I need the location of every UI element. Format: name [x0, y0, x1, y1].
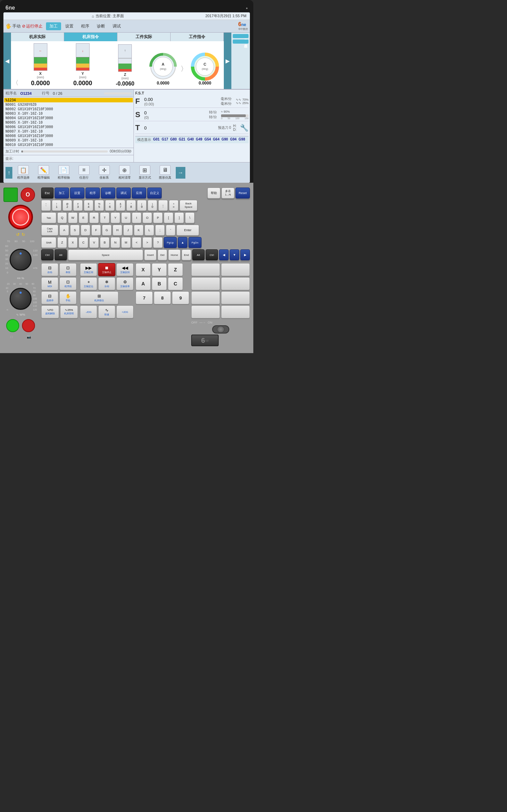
key-o[interactable]: O: [142, 212, 152, 223]
key-rfn-3[interactable]: [191, 277, 220, 290]
axis-header-workpiece-actual[interactable]: 工件实际: [117, 33, 171, 41]
key-rbracket[interactable]: ]: [174, 212, 184, 223]
toolbar-program-select[interactable]: 📋 程序选择: [14, 164, 33, 181]
key-axis-c[interactable]: C: [168, 277, 183, 290]
key-backspace[interactable]: BackSpace: [180, 200, 197, 211]
key-spindle-override[interactable]: ⚙ 主轴倍率: [116, 277, 134, 290]
key-p[interactable]: P: [153, 212, 163, 223]
program-scroll[interactable]: [104, 92, 131, 94]
toolbar-coord[interactable]: ✛ 坐标系: [95, 164, 114, 181]
key-4[interactable]: $ 4: [84, 200, 93, 211]
key-ctrl-right[interactable]: Ctrl: [206, 249, 218, 260]
key-6[interactable]: ^ 6: [105, 200, 115, 211]
key-del[interactable]: Del: [158, 249, 167, 260]
key-capslock[interactable]: CapsLock: [41, 225, 58, 236]
key-pgup[interactable]: PgUp: [164, 237, 177, 248]
key-rfn-2[interactable]: [221, 263, 250, 276]
key-reset[interactable]: Reset: [235, 188, 250, 199]
axis-header-workpiece-cmd[interactable]: 工件指令: [171, 33, 224, 41]
key-rfn-7[interactable]: [191, 305, 220, 318]
key-fn-apply[interactable]: 应用: [132, 188, 146, 199]
axis-nav-right-arrow[interactable]: 〉: [181, 64, 187, 74]
key-semicolon[interactable]: ;: [155, 225, 165, 236]
key-backslash[interactable]: \: [185, 212, 195, 223]
toolbar-relative-zero[interactable]: ⊕ 相对清零: [115, 164, 134, 181]
tab-debug[interactable]: 调试: [109, 22, 124, 30]
key-insert[interactable]: Insert: [144, 249, 157, 260]
key-handwheel[interactable]: ✋ 手轮: [59, 291, 77, 304]
key-left-arrow[interactable]: ◀: [219, 249, 229, 260]
modal-display-btn[interactable]: 模态显示: [233, 40, 249, 44]
power-switch[interactable]: [212, 325, 229, 334]
key-rfn-1[interactable]: [191, 263, 220, 276]
green-circle-button[interactable]: [6, 319, 19, 332]
key-backtick[interactable]: ~ `: [41, 200, 51, 211]
key-h[interactable]: H: [113, 225, 122, 236]
estop-button[interactable]: [8, 205, 33, 229]
key-help[interactable]: 帮助: [207, 188, 220, 199]
axis-header-machine-cmd[interactable]: 机床指令: [64, 33, 117, 41]
tab-program[interactable]: 程序: [78, 22, 93, 30]
toolbar-right-arrow[interactable]: →: [176, 167, 185, 179]
nav-tabs[interactable]: 加工 设置 程序 诊断 调试: [46, 22, 124, 30]
key-y[interactable]: Y: [111, 212, 120, 223]
key-fn-program[interactable]: 程序: [85, 188, 100, 199]
key-3[interactable]: # 3: [73, 200, 83, 211]
key-b[interactable]: B: [100, 237, 110, 248]
key-0[interactable]: ) 0: [148, 200, 157, 211]
key-fn-custom[interactable]: 自定义: [147, 188, 162, 199]
key-right-arrow[interactable]: ▶: [240, 249, 250, 260]
toolbar-program-check[interactable]: 📄 程序校验: [54, 164, 73, 181]
key-end[interactable]: End: [182, 249, 191, 260]
key-tab[interactable]: Tab: [41, 212, 56, 223]
key-fn-settings[interactable]: 设置: [70, 188, 84, 199]
key-d[interactable]: D: [81, 225, 90, 236]
toolbar-up-arrow[interactable]: ↑: [5, 167, 12, 179]
key-fn-machining[interactable]: 加工: [55, 188, 69, 199]
axis-header-machine-actual[interactable]: 机床实际: [11, 33, 64, 41]
key-q[interactable]: Q: [57, 212, 67, 223]
axis-nav-left[interactable]: ◀: [3, 33, 11, 89]
key-lbracket[interactable]: [: [164, 212, 173, 223]
key-num-8[interactable]: 8: [154, 291, 171, 304]
key-up-arrow[interactable]: ▲: [178, 237, 187, 248]
key-lt[interactable]: <: [132, 237, 141, 248]
key-enter[interactable]: Enter: [176, 225, 199, 236]
key-axis-z[interactable]: Z: [168, 263, 183, 276]
red-stop-button[interactable]: O: [21, 188, 35, 202]
key-1[interactable]: ! 1: [52, 200, 61, 211]
toolbar-graphic-sim[interactable]: 🖥 图形仿真: [155, 164, 174, 181]
key-axis-a[interactable]: A: [136, 277, 151, 290]
key-jog-pos[interactable]: +JOG: [116, 305, 134, 318]
key-a[interactable]: A: [59, 225, 69, 236]
key-single-block[interactable]: ⊡ 单段: [59, 263, 77, 276]
key-down-arrow[interactable]: ▼: [230, 249, 239, 260]
key-7[interactable]: & 7: [116, 200, 125, 211]
key-2[interactable]: @ 2: [62, 200, 72, 211]
key-9[interactable]: ( 9: [137, 200, 147, 211]
key-jog-neg[interactable]: -JOG: [80, 305, 97, 318]
toolbar-display-mode[interactable]: ⊞ 显示方式: [135, 164, 154, 181]
key-lighting[interactable]: ∿25% 机床照明: [60, 305, 78, 318]
key-home[interactable]: Home: [168, 249, 181, 260]
key-5[interactable]: % 5: [94, 200, 104, 211]
key-shift-left[interactable]: Shift: [41, 237, 56, 248]
toolbar-program-edit[interactable]: ✏️ 程序编辑: [34, 164, 53, 181]
key-esc[interactable]: Esc: [41, 188, 54, 199]
key-spindle-rev[interactable]: ◀◀ 主轴反转: [116, 263, 134, 276]
key-select-stop[interactable]: ⊟ 选择停: [41, 291, 58, 304]
key-axis-b[interactable]: B: [152, 277, 167, 290]
key-rfn-4[interactable]: [221, 277, 250, 290]
key-i[interactable]: I: [132, 212, 141, 223]
key-overtravel[interactable]: ∿FO 超程解除: [41, 305, 59, 318]
axis-nav-right[interactable]: ▶: [224, 33, 231, 89]
key-gt[interactable]: >: [142, 237, 152, 248]
key-z[interactable]: Z: [57, 237, 67, 248]
key-ctrl-left[interactable]: Ctrl: [41, 249, 54, 260]
key-axis-y[interactable]: Y: [152, 263, 167, 276]
key-quote[interactable]: ': [166, 225, 175, 236]
key-rfn-8[interactable]: [221, 305, 250, 318]
key-machine-lock[interactable]: ⊞ 机床锁住: [80, 291, 118, 304]
key-alt-right[interactable]: Alt: [192, 249, 205, 260]
key-m[interactable]: M: [121, 237, 131, 248]
